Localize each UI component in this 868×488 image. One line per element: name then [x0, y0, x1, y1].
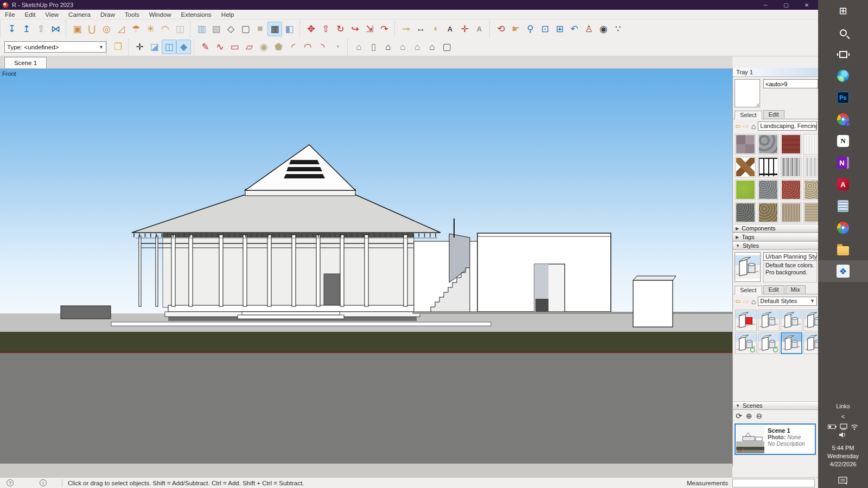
material-swatch-brown-pebbles[interactable]: [758, 202, 778, 223]
photoshop-icon[interactable]: Ps: [818, 87, 868, 108]
info-icon[interactable]: i: [40, 479, 47, 486]
classifier-icon[interactable]: ❐: [111, 40, 125, 54]
battery-icon[interactable]: [828, 424, 837, 429]
parasol-tool-icon[interactable]: ☂: [129, 22, 143, 36]
material-swatch-board-fence[interactable]: [803, 157, 818, 177]
notes-app-icon[interactable]: [818, 195, 868, 217]
arc-icon[interactable]: ◜: [286, 40, 301, 54]
sketchup-icon[interactable]: ❖: [818, 260, 868, 282]
remove-scene-icon[interactable]: ⊖: [756, 412, 762, 420]
3d-text-icon[interactable]: A: [472, 22, 487, 36]
links-toolbar-label[interactable]: Links: [836, 403, 850, 409]
freehand-icon[interactable]: ∿: [213, 40, 227, 54]
material-swatch-stone-pavers[interactable]: [735, 134, 756, 155]
rotate-icon[interactable]: ↻: [333, 22, 348, 36]
close-button[interactable]: ✕: [796, 0, 817, 10]
tags-section-header[interactable]: ▶ Tags: [733, 233, 818, 241]
material-swatch-tan-carpet[interactable]: [781, 202, 801, 223]
orbit-icon[interactable]: ⟲: [494, 22, 508, 36]
scenes-section-header[interactable]: ▼ Scenes: [733, 401, 818, 410]
pan-icon[interactable]: ☛: [508, 22, 523, 36]
notion-icon[interactable]: N: [818, 130, 868, 152]
style-badge-1[interactable]: [735, 332, 757, 354]
scene-list-item[interactable]: Scene 1 Photo: None No Description: [735, 423, 816, 455]
model-viewport[interactable]: Front: [0, 69, 732, 477]
scale-icon[interactable]: ⇲: [362, 22, 377, 36]
slab-icon[interactable]: ▢: [439, 40, 454, 54]
back-edges-icon[interactable]: ▧: [209, 22, 224, 36]
3d-warehouse-upload-icon[interactable]: ↥: [19, 22, 34, 36]
material-swatch-sand-speckle[interactable]: [803, 179, 818, 200]
material-swatch-grass[interactable]: [735, 179, 756, 200]
style-default-3[interactable]: [803, 310, 818, 331]
volume-icon[interactable]: [839, 432, 847, 438]
material-swatch-tan-carpet-2[interactable]: [803, 202, 818, 223]
chrome-profile-icon[interactable]: [818, 108, 868, 130]
menu-draw[interactable]: Draw: [95, 10, 120, 19]
style-badge-2[interactable]: [758, 332, 780, 354]
menu-file[interactable]: File: [0, 10, 20, 19]
cast-screen-icon[interactable]: [840, 423, 847, 430]
back-arrow-icon[interactable]: ⇦: [735, 122, 741, 130]
dimension-icon[interactable]: ↔: [413, 22, 428, 36]
model-canvas[interactable]: [0, 69, 732, 477]
menu-edit[interactable]: Edit: [20, 10, 41, 19]
dome-tool-icon[interactable]: ◠: [158, 22, 173, 36]
sun-tool-icon[interactable]: ✳: [143, 22, 158, 36]
menu-help[interactable]: Help: [216, 10, 239, 19]
previous-view-icon[interactable]: ↶: [567, 22, 582, 36]
line-icon[interactable]: ✎: [198, 40, 213, 54]
shaded-textures-icon[interactable]: ▦: [267, 22, 282, 36]
styles-tab-mix[interactable]: Mix: [786, 285, 806, 294]
styles-tab-select[interactable]: Select: [735, 286, 762, 294]
section-cuts-icon[interactable]: ◫: [162, 40, 176, 54]
zoom-extents-icon[interactable]: ⊞: [552, 22, 567, 36]
axes-tool-icon[interactable]: ✛: [132, 40, 147, 54]
materials-collection-dropdown[interactable]: Landscaping, Fencing a: [758, 121, 817, 131]
follow-me-icon[interactable]: ↪: [348, 22, 362, 36]
goblet-tool-icon[interactable]: ⋃: [85, 22, 99, 36]
zoom-window-icon[interactable]: ⊡: [538, 22, 552, 36]
edge-icon[interactable]: [818, 65, 868, 87]
instant-house-icon[interactable]: ⌂: [352, 40, 366, 54]
autocad-icon[interactable]: A: [818, 174, 868, 195]
material-swatch-iron-fence[interactable]: [758, 157, 778, 177]
two-point-arc-icon[interactable]: ◠: [301, 40, 315, 54]
position-camera-icon[interactable]: ♙: [582, 22, 596, 36]
pie-icon[interactable]: ◔: [330, 40, 344, 54]
styles-tab-edit[interactable]: Edit: [763, 285, 784, 294]
rectangle-icon[interactable]: ▭: [227, 40, 242, 54]
taskbar-clock[interactable]: 5:44 PM Wednesday 4/22/2026: [827, 444, 859, 468]
push-pull-icon[interactable]: ⇧: [318, 22, 333, 36]
tray-title[interactable]: Tray 1: [733, 68, 818, 77]
look-around-icon[interactable]: ◉: [596, 22, 611, 36]
torus-tool-icon[interactable]: ◎: [99, 22, 114, 36]
components-section-header[interactable]: ▶ Components: [733, 224, 818, 233]
forward-arrow-icon[interactable]: ⇨: [743, 297, 749, 305]
menu-camera[interactable]: Camera: [63, 10, 95, 19]
shaded-icon[interactable]: ■: [253, 22, 267, 36]
menu-extensions[interactable]: Extensions: [176, 10, 216, 19]
styles-section-header[interactable]: ▼ Styles: [733, 241, 818, 250]
axes-icon[interactable]: ✛: [457, 22, 472, 36]
style-default-4[interactable]: [803, 332, 818, 354]
wireframe-icon[interactable]: ◇: [224, 22, 238, 36]
search-icon[interactable]: [818, 22, 868, 43]
show-hidden-icons-chevron[interactable]: <: [841, 413, 845, 420]
file-explorer-icon[interactable]: [818, 239, 868, 260]
style-urban-planning[interactable]: [781, 332, 802, 354]
styles-collection-dropdown[interactable]: Default Styles ▼: [758, 297, 817, 306]
style-name-field[interactable]: Urban Planning Style: [763, 252, 817, 261]
photo-scenes-icon[interactable]: ▣: [70, 22, 85, 36]
walk-icon[interactable]: ∵: [611, 22, 626, 36]
materials-tab-select[interactable]: Select: [735, 111, 762, 119]
geolocation-icon[interactable]: ?: [7, 479, 14, 486]
material-swatch-wood-cross-fence[interactable]: [735, 157, 756, 177]
scene-tab[interactable]: Scene 1: [4, 57, 47, 68]
measurements-input[interactable]: [732, 479, 815, 487]
monochrome-icon[interactable]: ◧: [282, 22, 297, 36]
material-swatch-red-brick[interactable]: [781, 134, 801, 155]
in-model-home-icon[interactable]: ⌂: [751, 122, 756, 131]
three-point-arc-icon[interactable]: ◝: [315, 40, 330, 54]
material-swatch-picket-fence[interactable]: [781, 157, 801, 177]
